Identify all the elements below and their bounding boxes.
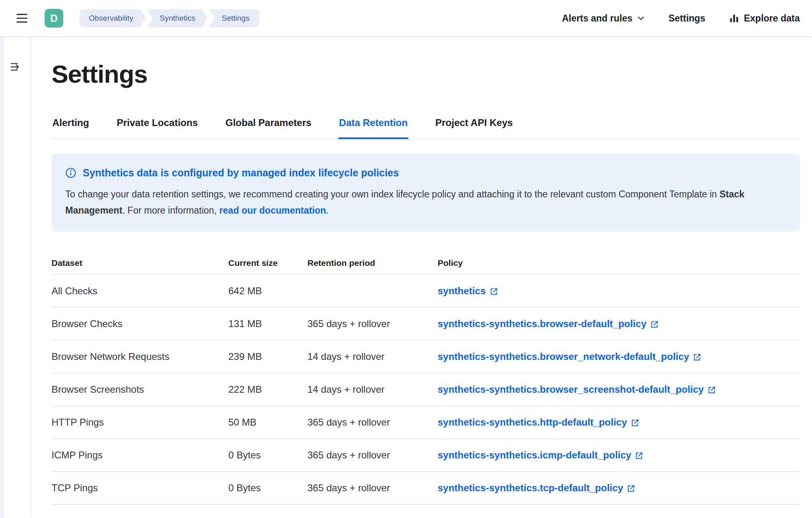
breadcrumb-label: Settings xyxy=(221,14,249,23)
header-actions: Alerts and rules Settings Explore data xyxy=(562,13,800,24)
policy-link-label: synthetics-synthetics.browser_network-de… xyxy=(438,351,689,362)
external-link-icon xyxy=(708,386,715,394)
table-row: Browser Network Requests239 MB14 days + … xyxy=(52,340,800,373)
callout-header: Synthetics data is configured by managed… xyxy=(65,167,786,179)
size-cell: 239 MB xyxy=(228,340,307,373)
breadcrumb: ObservabilitySyntheticsSettings xyxy=(79,9,259,27)
breadcrumb-item[interactable]: Synthetics xyxy=(148,9,208,27)
policy-link-label: synthetics xyxy=(438,285,486,297)
size-cell: 222 MB xyxy=(228,373,307,406)
explore-data-label: Explore data xyxy=(744,13,800,24)
table-header-row: DatasetCurrent sizeRetention periodPolic… xyxy=(52,253,800,275)
policy-cell: synthetics-synthetics.browser_screenshot… xyxy=(438,373,800,406)
chevron-down-icon xyxy=(637,14,645,22)
info-icon xyxy=(65,167,76,178)
external-link-icon xyxy=(651,321,658,328)
explore-data-icon xyxy=(729,13,739,24)
policy-link[interactable]: synthetics-synthetics.http-default_polic… xyxy=(438,417,639,428)
settings-link[interactable]: Settings xyxy=(668,13,705,24)
tab-global-parameters[interactable]: Global Parameters xyxy=(225,114,312,139)
policy-cell: synthetics-synthetics.browser_network-de… xyxy=(438,340,800,373)
policy-cell: synthetics-synthetics.http-default_polic… xyxy=(438,406,800,439)
policy-link-label: synthetics-synthetics.browser-default_po… xyxy=(438,318,647,330)
callout-title: Synthetics data is configured by managed… xyxy=(83,167,399,179)
rail-edge xyxy=(0,37,4,518)
column-header: Dataset xyxy=(52,253,228,274)
size-cell: 0 Bytes xyxy=(228,472,307,504)
page: { "header": { "avatar_initial": "D", "br… xyxy=(0,0,812,518)
callout-text-part: . xyxy=(326,205,329,216)
dataset-cell: Browser Checks xyxy=(52,308,228,340)
external-link-icon xyxy=(693,353,701,361)
alerts-and-rules-button[interactable]: Alerts and rules xyxy=(562,13,645,24)
side-rail xyxy=(0,37,31,518)
policy-cell: synthetics-synthetics.browser-default_po… xyxy=(438,308,800,340)
policy-link[interactable]: synthetics-synthetics.browser-default_po… xyxy=(438,318,658,330)
policy-cell: synthetics xyxy=(438,275,800,307)
policy-link-label: synthetics-synthetics.icmp-default_polic… xyxy=(438,450,631,461)
explore-data-button[interactable]: Explore data xyxy=(729,13,800,24)
policy-link[interactable]: synthetics-synthetics.icmp-default_polic… xyxy=(438,450,643,461)
table-body: All Checks642 MBsyntheticsBrowser Checks… xyxy=(52,275,800,505)
avatar[interactable]: D xyxy=(45,9,63,28)
retention-cell: 365 days + rollover xyxy=(307,406,438,439)
app-body: Settings AlertingPrivate LocationsGlobal… xyxy=(0,37,812,518)
tab-data-retention[interactable]: Data Retention xyxy=(338,114,408,139)
column-header: Retention period xyxy=(307,253,438,274)
dataset-cell: TCP Pings xyxy=(52,472,228,504)
policy-link[interactable]: synthetics-synthetics.browser_screenshot… xyxy=(438,384,715,395)
external-link-icon xyxy=(635,452,643,460)
table-row: All Checks642 MBsynthetics xyxy=(52,275,800,308)
menu-button[interactable] xyxy=(14,12,30,25)
menu-right-icon xyxy=(10,61,21,73)
callout-text: To change your data retention settings, … xyxy=(65,186,786,218)
hamburger-icon xyxy=(14,12,30,25)
size-cell: 50 MB xyxy=(228,406,307,439)
dataset-cell: ICMP Pings xyxy=(52,439,228,471)
callout-text-part: To change your data retention settings, … xyxy=(65,189,720,199)
settings-link-label: Settings xyxy=(668,13,705,24)
table-row: ICMP Pings0 Bytes365 days + rolloversynt… xyxy=(52,439,800,472)
tab-project-api-keys[interactable]: Project API Keys xyxy=(434,114,513,139)
expand-nav-button[interactable] xyxy=(10,61,21,74)
dataset-cell: Browser Network Requests xyxy=(52,340,228,373)
external-link-icon xyxy=(627,485,635,492)
dataset-cell: Browser Screenshots xyxy=(52,373,228,406)
breadcrumb-item[interactable]: Settings xyxy=(209,9,259,27)
page-title: Settings xyxy=(52,60,800,89)
tab-alerting[interactable]: Alerting xyxy=(52,114,90,139)
dataset-cell: All Checks xyxy=(52,275,228,307)
column-header: Current size xyxy=(228,253,307,274)
retention-cell: 365 days + rollover xyxy=(307,308,438,340)
column-header: Policy xyxy=(438,253,800,274)
external-link-icon xyxy=(490,288,498,295)
top-header: D ObservabilitySyntheticsSettings Alerts… xyxy=(0,0,812,37)
dataset-cell: HTTP Pings xyxy=(52,406,228,439)
tab-private-locations[interactable]: Private Locations xyxy=(116,114,199,139)
policy-link[interactable]: synthetics-synthetics.browser_network-de… xyxy=(438,351,701,362)
callout-text-part: . For more information, xyxy=(122,205,219,216)
data-retention-table: DatasetCurrent sizeRetention periodPolic… xyxy=(52,253,800,505)
tabs: AlertingPrivate LocationsGlobal Paramete… xyxy=(52,114,800,139)
alerts-and-rules-label: Alerts and rules xyxy=(562,13,632,24)
breadcrumb-item[interactable]: Observability xyxy=(79,9,146,27)
breadcrumb-label: Synthetics xyxy=(160,14,195,23)
retention-cell: 365 days + rollover xyxy=(307,472,438,504)
main-content: Settings AlertingPrivate LocationsGlobal… xyxy=(31,37,812,518)
external-link-icon xyxy=(631,419,639,427)
retention-cell: 14 days + rollover xyxy=(307,340,438,373)
table-row: TCP Pings0 Bytes365 days + rolloversynth… xyxy=(52,472,800,505)
table-row: Browser Checks131 MB365 days + rollovers… xyxy=(52,308,800,340)
table-row: HTTP Pings50 MB365 days + rolloversynthe… xyxy=(52,406,800,439)
documentation-link[interactable]: read our documentation xyxy=(219,205,326,216)
breadcrumb-label: Observability xyxy=(89,14,133,23)
retention-cell xyxy=(307,280,438,302)
policy-cell: synthetics-synthetics.icmp-default_polic… xyxy=(438,439,800,471)
size-cell: 0 Bytes xyxy=(228,439,307,471)
policy-link[interactable]: synthetics-synthetics.tcp-default_policy xyxy=(438,482,635,494)
size-cell: 642 MB xyxy=(228,275,307,307)
retention-cell: 365 days + rollover xyxy=(307,439,438,471)
policy-link-label: synthetics-synthetics.http-default_polic… xyxy=(438,417,627,428)
policy-link[interactable]: synthetics xyxy=(438,285,498,297)
table-row: Browser Screenshots222 MB14 days + rollo… xyxy=(52,373,800,406)
